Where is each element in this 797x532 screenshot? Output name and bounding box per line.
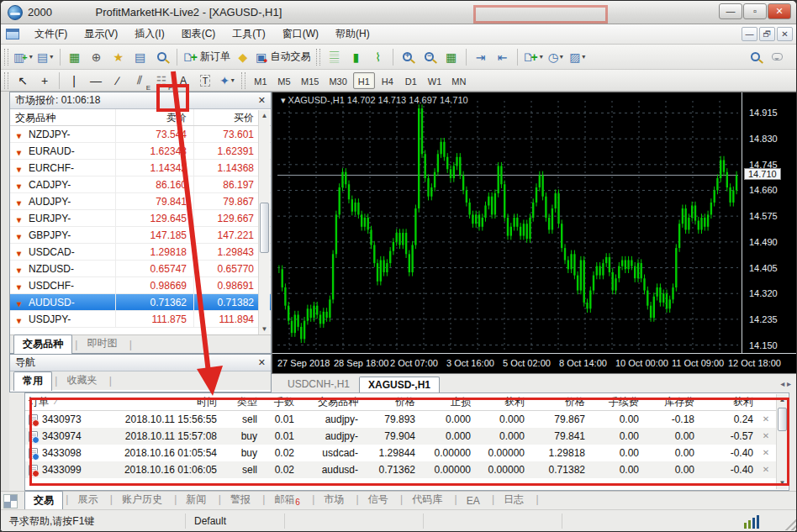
market-watch-row-USDCAD[interactable]: USDCAD-1.298181.29843 xyxy=(10,244,271,261)
auto-scroll-button[interactable]: ⇥ xyxy=(471,47,491,67)
market-watch-header[interactable]: 交易品种卖价买价 xyxy=(10,109,271,126)
line-chart-button[interactable]: ⌇ xyxy=(368,47,388,67)
market-watch-row-EURCHF[interactable]: EURCHF-1.143421.14368 xyxy=(10,160,271,176)
terminal-tab-4[interactable]: 新闻 xyxy=(177,490,215,509)
close-button[interactable]: ✕ xyxy=(768,3,791,19)
zoom-in-button[interactable]: + xyxy=(398,47,418,67)
terminal-scrollbar[interactable]: ▲ ▼ xyxy=(776,394,788,489)
menu-item-图表[interactable]: 图表(C) xyxy=(173,24,224,44)
navigator-tab-1[interactable]: 常用 xyxy=(13,371,52,391)
timeframe-d1[interactable]: D1 xyxy=(400,72,422,89)
menu-item-窗口[interactable]: 窗口(W) xyxy=(274,24,327,44)
mdi-restore-button[interactable]: 🗗 xyxy=(759,27,775,41)
strategy-tester-button[interactable] xyxy=(152,47,172,67)
toolbar-grip[interactable] xyxy=(4,72,8,89)
close-order-icon[interactable]: ✕ xyxy=(758,461,773,478)
scroll-down-icon[interactable]: ▼ xyxy=(259,324,270,335)
market-watch-row-AUDUSD[interactable]: AUDUSD-0.713620.71382 xyxy=(10,294,271,311)
menu-item-工具[interactable]: 工具(T) xyxy=(224,24,273,44)
vertical-line-tool-button[interactable]: | xyxy=(64,71,84,91)
data-window-toggle-button[interactable]: ⊕ xyxy=(87,47,107,67)
close-order-icon[interactable]: ✕ xyxy=(758,445,773,461)
scrollbar-thumb[interactable] xyxy=(778,408,787,431)
zoom-out-button[interactable]: − xyxy=(420,47,440,67)
crosshair-tool-button[interactable]: + xyxy=(34,71,55,91)
scroll-down-icon[interactable]: ▼ xyxy=(777,477,788,489)
chart-tab-scroll-icons[interactable]: ◂ ▸ xyxy=(780,379,791,388)
terminal-tab-2[interactable]: 展示 xyxy=(68,490,107,509)
chat-icon[interactable] xyxy=(767,47,787,67)
trade-row-3433098[interactable]: 34330982018.10.16 01:05:54buy0.02usdcad-… xyxy=(25,445,789,461)
timeframe-w1[interactable]: W1 xyxy=(424,72,446,89)
timeframe-m1[interactable]: M1 xyxy=(250,72,272,89)
metaeditor-button[interactable]: ◆ xyxy=(233,47,253,67)
close-order-icon[interactable]: ✕ xyxy=(758,411,773,428)
toolbar-grip[interactable] xyxy=(316,49,320,66)
terminal-grip-icon[interactable] xyxy=(4,495,17,508)
toolbar-grip[interactable] xyxy=(4,49,8,66)
autotrading-button[interactable]: ▣●自动交易 xyxy=(255,47,312,67)
market-watch-scrollbar[interactable]: ▲ ▼ xyxy=(258,110,270,335)
market-watch-row-EURJPY[interactable]: EURJPY-129.645129.667 xyxy=(10,210,271,227)
market-watch-row-USDJPY[interactable]: USDJPY-111.875111.894 xyxy=(10,311,271,328)
horizontal-line-tool-button[interactable]: — xyxy=(86,71,106,91)
timeframe-m30[interactable]: M30 xyxy=(325,72,351,89)
fibonacci-tool-button[interactable]: ☷F xyxy=(151,71,172,91)
tile-windows-button[interactable]: ▦ xyxy=(441,47,462,67)
menu-item-显示[interactable]: 显示(V) xyxy=(76,24,126,44)
channel-tool-button[interactable]: ⫽E xyxy=(129,71,150,91)
toolbar-grip[interactable] xyxy=(241,72,245,89)
market-watch-row-NZDUSD[interactable]: NZDUSD-0.657470.65770 xyxy=(10,261,271,277)
mdi-minimize-button[interactable]: — xyxy=(742,27,757,41)
close-order-icon[interactable]: ✕ xyxy=(758,428,773,445)
terminal-tab-11[interactable]: 日志 xyxy=(494,490,533,509)
terminal-tab-1[interactable]: 交易 xyxy=(24,491,63,510)
timeframe-m5[interactable]: M5 xyxy=(273,72,295,89)
new-chart-button[interactable]: ▥+▾ xyxy=(13,47,34,67)
navigator-toggle-button[interactable]: ★ xyxy=(108,47,129,67)
text-label-tool-button[interactable]: T xyxy=(195,71,215,91)
terminal-toggle-button[interactable]: ▤ xyxy=(130,47,150,67)
market-watch-tab-1[interactable]: 交易品种 xyxy=(13,334,72,354)
bar-chart-button[interactable]: 𝄛 xyxy=(325,47,345,67)
terminal-tab-10[interactable]: EA xyxy=(457,492,489,509)
market-watch-close-icon[interactable]: ✕ xyxy=(258,95,266,106)
candlestick-chart-button[interactable]: ▮ xyxy=(346,47,367,67)
scroll-up-icon[interactable]: ▲ xyxy=(777,394,788,406)
text-tool-button[interactable]: A xyxy=(173,71,193,91)
chart-shift-button[interactable]: ⇤ xyxy=(493,47,513,67)
menu-item-帮助[interactable]: 帮助(H) xyxy=(327,24,378,44)
market-watch-row-USDCHF[interactable]: USDCHF-0.986690.98691 xyxy=(10,277,271,294)
periods-button[interactable]: ◷▾ xyxy=(546,47,566,67)
cursor-tool-button[interactable]: ↖ xyxy=(13,71,33,91)
trade-row-3430973[interactable]: 34309732018.10.11 15:56:55sell0.01audjpy… xyxy=(25,411,789,428)
menu-item-文件[interactable]: 文件(F) xyxy=(26,24,76,44)
new-order-button[interactable]: 🗋+新订单 xyxy=(182,47,231,67)
market-watch-row-NZDJPY[interactable]: NZDJPY-73.54473.601 xyxy=(10,126,271,143)
market-watch-toggle-button[interactable]: ▦ xyxy=(65,47,85,67)
trade-row-3433099[interactable]: 34330992018.10.16 01:06:05sell0.02audusd… xyxy=(25,461,789,478)
status-profile[interactable]: Default xyxy=(186,514,285,529)
timeframe-h1[interactable]: H1 xyxy=(353,72,375,89)
navigator-tab-2[interactable]: 收藏夹 xyxy=(57,371,106,390)
chart-window[interactable]: ▾ XAGUSD-,H1 14.702 14.713 14.697 14.710… xyxy=(272,92,797,374)
mdi-close-button[interactable]: ✕ xyxy=(777,27,793,41)
trendline-tool-button[interactable]: ∕ xyxy=(108,71,128,91)
terminal-header-row[interactable]: 订单∕时间类型手数交易品种价格止损获利价格手续费库存费获利 xyxy=(25,393,789,411)
terminal-tab-7[interactable]: 市场 xyxy=(314,490,353,509)
market-watch-row-AUDJPY[interactable]: AUDJPY-79.84179.867 xyxy=(10,193,271,210)
templates-button[interactable]: ▨▾ xyxy=(567,47,588,67)
timeframe-m15[interactable]: M15 xyxy=(297,72,323,89)
terminal-tab-8[interactable]: 信号 xyxy=(359,490,398,509)
terminal-tab-5[interactable]: 警报 xyxy=(221,490,260,509)
market-watch-row-CADJPY[interactable]: CADJPY-86.16086.197 xyxy=(10,176,271,193)
menu-item-插入[interactable]: 插入(I) xyxy=(126,24,172,44)
chart-tab-1[interactable]: USDCNH-,H1 xyxy=(278,376,359,392)
timeframe-mn[interactable]: MN xyxy=(447,72,470,89)
profiles-button[interactable]: ▤▾ xyxy=(35,47,55,67)
minimize-button[interactable]: — xyxy=(719,3,742,19)
candlestick-chart[interactable] xyxy=(272,92,742,353)
timeframe-h4[interactable]: H4 xyxy=(377,72,398,89)
search-icon[interactable] xyxy=(745,47,765,67)
navigator-title-bar[interactable]: 导航 ✕ xyxy=(10,355,271,371)
